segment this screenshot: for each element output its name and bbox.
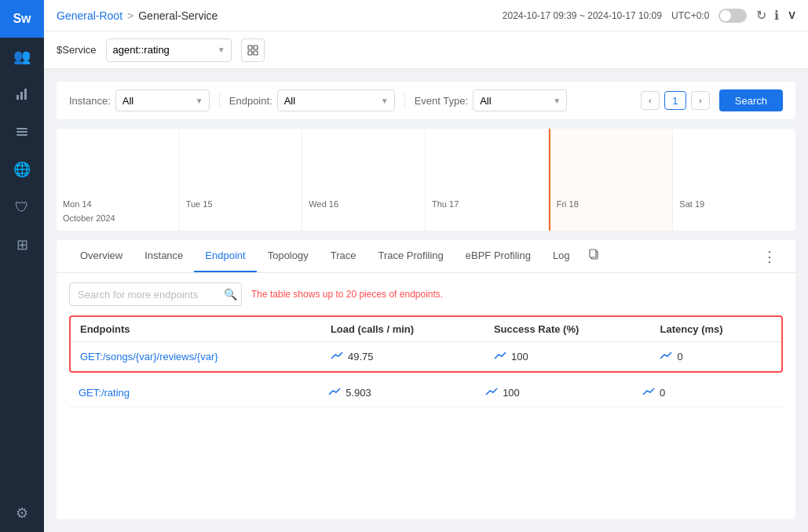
latency-trend: 0 bbox=[660, 350, 772, 363]
chart-col-fri: Fri 18 bbox=[549, 129, 674, 231]
sidebar-item-settings[interactable]: ⚙ bbox=[0, 494, 44, 532]
header: General-Root > General-Service 2024-10-1… bbox=[44, 0, 808, 31]
chart-label-wed: Wed 16 bbox=[309, 199, 338, 209]
toggle-knob bbox=[720, 10, 731, 21]
col-endpoints: Endpoints bbox=[71, 317, 321, 342]
tabs-panel: Overview Instance Endpoint Topology Trac… bbox=[57, 240, 795, 519]
col-latency: Latency (ms) bbox=[650, 317, 781, 342]
load-cell: 49.75 bbox=[321, 342, 484, 371]
toggle-switch[interactable] bbox=[718, 9, 747, 23]
svg-rect-8 bbox=[248, 51, 252, 55]
table-header-row: Endpoints Load (calls / min) Success Rat… bbox=[71, 317, 781, 342]
svg-rect-7 bbox=[254, 46, 258, 49]
chart-label-fri: Fri 18 bbox=[557, 199, 579, 209]
trend-up-icon bbox=[331, 350, 343, 363]
sidebar-item-layers[interactable] bbox=[0, 113, 44, 151]
more-options-icon[interactable]: ⋮ bbox=[759, 242, 780, 271]
endpoint-search-input[interactable] bbox=[69, 282, 242, 306]
next-page-button[interactable]: › bbox=[691, 91, 710, 110]
tab-endpoint[interactable]: Endpoint bbox=[194, 240, 256, 272]
table-row: GET:/rating 5. bbox=[69, 379, 783, 407]
filter-bar: Instance: All ▼ Endpoint: All ▼ bbox=[57, 82, 795, 119]
success-trend-2: 100 bbox=[485, 387, 623, 399]
tab-ebpf-profiling[interactable]: eBPF Profiling bbox=[455, 240, 542, 272]
refresh-icon[interactable]: ↻ bbox=[756, 8, 766, 23]
trend-up-icon-2 bbox=[494, 350, 506, 363]
timezone: UTC+0:0 bbox=[671, 10, 709, 21]
chart-col-tue: Tue 15 bbox=[180, 129, 303, 231]
latency-cell-2: 0 bbox=[633, 379, 783, 407]
endpoint-link-2[interactable]: GET:/rating bbox=[79, 387, 130, 399]
content-area: Instance: All ▼ Endpoint: All ▼ bbox=[44, 69, 808, 532]
search-button[interactable]: Search bbox=[719, 89, 783, 111]
endpoint-cell: GET:/songs/{var}/reviews/{var} bbox=[71, 342, 321, 371]
sidebar-item-shield[interactable]: 🛡 bbox=[0, 188, 44, 226]
instance-select[interactable]: All bbox=[115, 89, 210, 111]
event-type-select[interactable]: All bbox=[473, 89, 567, 111]
svg-rect-6 bbox=[248, 46, 252, 49]
sidebar-item-dashboard[interactable]: ⊞ bbox=[0, 226, 44, 264]
endpoint-cell-2: GET:/rating bbox=[69, 379, 319, 407]
tab-log[interactable]: Log bbox=[542, 240, 581, 272]
tab-trace[interactable]: Trace bbox=[320, 240, 367, 272]
pagination: ‹ 1 › bbox=[641, 91, 710, 110]
instance-select-wrapper: All ▼ bbox=[115, 89, 210, 111]
chart-label-mon: Mon 14 bbox=[63, 199, 92, 209]
copy-icon-button[interactable] bbox=[581, 242, 606, 271]
chart-sublabel: October 2024 bbox=[63, 213, 115, 223]
chart-col-wed: Wed 16 bbox=[302, 129, 426, 231]
svg-rect-5 bbox=[16, 134, 27, 136]
breadcrumb: General-Root > General-Service bbox=[57, 9, 218, 22]
endpoint-table-normal: GET:/rating 5. bbox=[69, 379, 783, 407]
info-icon[interactable]: ℹ bbox=[774, 8, 779, 23]
load-value-2: 5.903 bbox=[346, 387, 371, 399]
filter-sep-2 bbox=[404, 93, 405, 108]
event-type-label: Event Type: bbox=[415, 95, 468, 107]
endpoint-table-highlighted: Endpoints Load (calls / min) Success Rat… bbox=[71, 317, 781, 371]
col-load: Load (calls / min) bbox=[321, 317, 484, 342]
success-rate-value-2: 100 bbox=[503, 387, 520, 399]
success-rate-value: 100 bbox=[511, 351, 528, 363]
tab-content: 🔍 The table shows up to 20 pieces of end… bbox=[57, 273, 795, 417]
trend-up-icon-5 bbox=[485, 387, 498, 399]
sidebar-item-globe[interactable]: 🌐 bbox=[0, 151, 44, 188]
search-icon[interactable]: 🔍 bbox=[224, 288, 237, 301]
chart-col-mon: Mon 14 October 2024 bbox=[57, 129, 180, 231]
tab-trace-profiling[interactable]: Trace Profiling bbox=[367, 240, 454, 272]
endpoint-select[interactable]: All bbox=[277, 89, 395, 111]
svg-rect-2 bbox=[24, 89, 27, 100]
tab-overview[interactable]: Overview bbox=[69, 240, 133, 272]
main-content: General-Root > General-Service 2024-10-1… bbox=[44, 0, 808, 532]
success-rate-cell: 100 bbox=[484, 342, 651, 371]
endpoint-filter: Endpoint: All ▼ bbox=[229, 89, 395, 111]
endpoint-label: Endpoint: bbox=[229, 95, 272, 107]
col-success-rate: Success Rate (%) bbox=[484, 317, 651, 342]
load-trend-2: 5.903 bbox=[328, 387, 466, 399]
chart-col-sat: Sat 19 bbox=[673, 129, 795, 231]
prev-page-button[interactable]: ‹ bbox=[641, 91, 660, 110]
endpoint-link[interactable]: GET:/songs/{var}/reviews/{var} bbox=[80, 351, 218, 363]
header-icons: ↻ ℹ bbox=[756, 8, 779, 23]
header-right: 2024-10-17 09:39 ~ 2024-10-17 10:09 UTC+… bbox=[503, 8, 795, 23]
toggle-track[interactable] bbox=[718, 9, 747, 23]
trend-up-icon-4 bbox=[328, 387, 341, 399]
breadcrumb-service: General-Service bbox=[138, 9, 218, 22]
grid-view-button[interactable] bbox=[241, 38, 265, 62]
breadcrumb-root[interactable]: General-Root bbox=[57, 9, 122, 22]
toolbar: $Service agent::rating ▼ bbox=[44, 31, 808, 69]
v-label: V bbox=[788, 9, 795, 21]
hint-text: The table shows up to 20 pieces of endpo… bbox=[251, 289, 443, 300]
trend-up-icon-6 bbox=[642, 387, 655, 399]
tab-toolbar: 🔍 The table shows up to 20 pieces of end… bbox=[69, 282, 783, 306]
service-select[interactable]: agent::rating bbox=[106, 38, 232, 62]
sidebar-item-users[interactable]: 👥 bbox=[0, 38, 44, 75]
svg-rect-11 bbox=[590, 250, 596, 257]
chart-label-sat: Sat 19 bbox=[679, 199, 704, 209]
tab-instance[interactable]: Instance bbox=[133, 240, 194, 272]
sidebar-item-chart[interactable] bbox=[0, 75, 44, 113]
svg-rect-3 bbox=[16, 128, 27, 129]
highlighted-row-table: Endpoints Load (calls / min) Success Rat… bbox=[69, 315, 783, 373]
chart-label-thu: Thu 17 bbox=[432, 199, 459, 209]
latency-value-2: 0 bbox=[660, 387, 665, 399]
tab-topology[interactable]: Topology bbox=[257, 240, 320, 272]
